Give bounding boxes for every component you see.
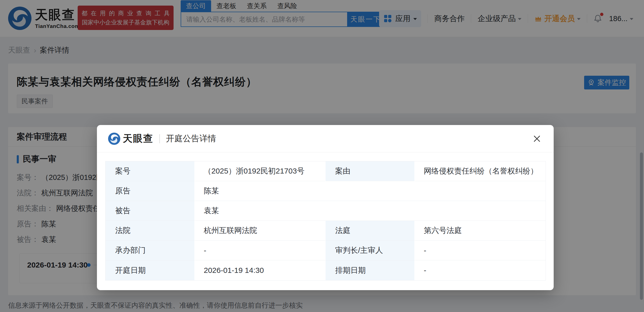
table-row: 原告陈某 bbox=[106, 181, 546, 201]
announcement-table: 案号（2025）浙0192民初21703号案由网络侵权责任纠纷（名誉权纠纷）原告… bbox=[105, 161, 546, 280]
table-row: 承办部门-审判长/主审人- bbox=[106, 241, 546, 260]
modal-brand-name: 天眼查 bbox=[123, 132, 153, 145]
label-cell: 法庭 bbox=[326, 221, 415, 241]
value-cell: 袁某 bbox=[195, 201, 546, 221]
modal-title: 开庭公告详情 bbox=[166, 133, 216, 144]
value-cell: 杭州互联网法院 bbox=[195, 221, 326, 241]
value-cell: 第六号法庭 bbox=[415, 221, 546, 241]
value-cell: - bbox=[415, 241, 546, 260]
table-row: 法院杭州互联网法院法庭第六号法庭 bbox=[106, 221, 546, 241]
label-cell: 审判长/主审人 bbox=[326, 241, 415, 260]
label-cell: 排期日期 bbox=[326, 260, 415, 280]
label-cell: 开庭日期 bbox=[106, 260, 195, 280]
hearing-announcement-modal: 天眼查 开庭公告详情 案号（2025）浙0192民初21703号案由网络侵权责任… bbox=[97, 125, 554, 290]
value-cell: 陈某 bbox=[195, 181, 546, 201]
value-cell: - bbox=[195, 241, 326, 260]
value-cell: 网络侵权责任纠纷（名誉权纠纷） bbox=[415, 161, 546, 181]
label-cell: 案由 bbox=[326, 161, 415, 181]
label-cell: 承办部门 bbox=[106, 241, 195, 260]
table-row: 被告袁某 bbox=[106, 201, 546, 221]
modal-close-button[interactable] bbox=[531, 133, 543, 144]
announcement-table-body: 案号（2025）浙0192民初21703号案由网络侵权责任纠纷（名誉权纠纷）原告… bbox=[106, 161, 546, 280]
close-icon bbox=[532, 134, 542, 144]
value-cell: - bbox=[415, 260, 546, 280]
divider bbox=[159, 134, 160, 143]
label-cell: 被告 bbox=[106, 201, 195, 221]
label-cell: 案号 bbox=[106, 161, 195, 181]
label-cell: 原告 bbox=[106, 181, 195, 201]
table-row: 开庭日期2026-01-19 14:30排期日期- bbox=[106, 260, 546, 280]
value-cell: （2025）浙0192民初21703号 bbox=[195, 161, 326, 181]
announcement-table-wrap: 案号（2025）浙0192民初21703号案由网络侵权责任纠纷（名誉权纠纷）原告… bbox=[105, 161, 545, 280]
modal-header: 天眼查 开庭公告详情 bbox=[97, 125, 554, 152]
scrollbar-thumb[interactable] bbox=[640, 152, 643, 300]
label-cell: 法院 bbox=[106, 221, 195, 241]
modal-brand-swirl-icon bbox=[108, 133, 120, 145]
table-row: 案号（2025）浙0192民初21703号案由网络侵权责任纠纷（名誉权纠纷） bbox=[106, 161, 546, 181]
value-cell: 2026-01-19 14:30 bbox=[195, 260, 326, 280]
